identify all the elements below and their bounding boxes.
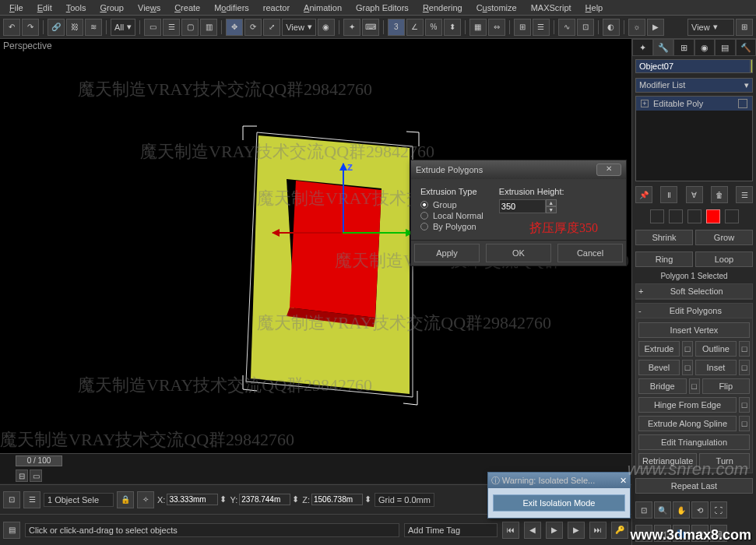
rotate-button[interactable]: ⟳ [244, 19, 262, 36]
time-slider[interactable]: 0 / 100 [0, 454, 631, 468]
unlink-button[interactable]: ⛓ [66, 19, 83, 36]
radio-group[interactable]: Group [420, 199, 483, 210]
visibility-toggle[interactable] [738, 99, 747, 108]
schematic-button[interactable]: ⊡ [577, 19, 594, 36]
axis-y[interactable] [343, 232, 413, 234]
outline-settings-button[interactable]: □ [739, 341, 750, 357]
extrude-spline-settings-button[interactable]: □ [739, 416, 750, 431]
element-level[interactable] [725, 209, 739, 223]
inset-settings-button[interactable]: □ [739, 360, 750, 375]
selection-filter-dropdown[interactable]: All▾ [111, 19, 135, 36]
select-region-button[interactable]: ▢ [181, 19, 199, 36]
min-max-button[interactable]: ⛶ [710, 501, 727, 519]
axis-z[interactable] [343, 164, 344, 234]
soft-selection-header[interactable]: +Soft Selection [636, 284, 752, 299]
menu-graph-editors[interactable]: Graph Editors [350, 2, 415, 14]
menu-customize[interactable]: Customize [470, 2, 523, 14]
object-name-input[interactable] [635, 59, 751, 73]
snap-toggle-button[interactable]: 3 [388, 19, 405, 36]
menu-edit[interactable]: Edit [31, 2, 58, 14]
make-unique-button[interactable]: ∀ [686, 186, 703, 203]
percent-snap-button[interactable]: % [425, 19, 442, 36]
spinner-up-icon[interactable]: ▲ [546, 199, 557, 206]
link-button[interactable]: 🔗 [47, 19, 65, 36]
dialog-titlebar[interactable]: Extrude Polygons ✕ [411, 160, 626, 179]
vertex-level[interactable] [650, 209, 664, 223]
menu-maxscript[interactable]: MAXScript [525, 2, 578, 14]
extrude-settings-button[interactable]: □ [682, 341, 693, 357]
spinner-down-icon[interactable]: ▼ [546, 206, 557, 213]
zoom-extents-button[interactable]: ⊡ [635, 501, 652, 519]
bevel-settings-button[interactable]: □ [682, 360, 693, 375]
menu-help[interactable]: Help [579, 2, 610, 14]
pin-stack-button[interactable]: 📌 [635, 186, 652, 203]
radio-local-normal[interactable]: Local Normal [420, 210, 483, 221]
view-dropdown[interactable]: View▾ [687, 19, 734, 36]
view-config-button[interactable]: ⊞ [736, 19, 753, 36]
transform-gizmo[interactable]: z y [249, 140, 420, 405]
undo-button[interactable]: ↶ [3, 19, 20, 36]
border-level[interactable] [687, 209, 701, 223]
curve-editor-button[interactable]: ∿ [558, 19, 575, 36]
z-input[interactable] [311, 494, 363, 505]
mirror-button[interactable]: ⇔ [488, 19, 505, 36]
bridge-settings-button[interactable]: □ [689, 378, 700, 394]
timeline-config-button[interactable]: ⊟ [16, 469, 28, 482]
radio-by-polygon[interactable]: By Polygon [420, 221, 483, 232]
edge-level[interactable] [669, 209, 683, 223]
cancel-button[interactable]: Cancel [557, 244, 623, 262]
pivot-button[interactable]: ◉ [318, 19, 335, 36]
zoom-button[interactable]: 🔍 [654, 501, 671, 519]
ring-button[interactable]: Ring [635, 251, 693, 267]
utilities-tab[interactable]: 🔨 [736, 39, 757, 56]
set-key-button[interactable]: ⊡ [3, 491, 20, 508]
menu-group[interactable]: Group [93, 2, 130, 14]
grow-button[interactable]: Grow [695, 230, 753, 245]
configure-sets-button[interactable]: ☰ [736, 186, 753, 203]
create-tab[interactable]: ✦ [632, 39, 653, 56]
modify-tab[interactable]: 🔧 [653, 39, 674, 56]
hinge-button[interactable]: Hinge From Edge [638, 397, 737, 413]
outline-button[interactable]: Outline [695, 341, 737, 357]
menu-modifiers[interactable]: Modifiers [208, 2, 255, 14]
material-editor-button[interactable]: ◐ [603, 19, 620, 36]
menu-views[interactable]: Views [132, 2, 167, 14]
keyboard-shortcut-button[interactable]: ⌨ [362, 19, 379, 36]
play-button[interactable]: ▶ [546, 522, 563, 539]
menu-animation[interactable]: Animation [297, 2, 348, 14]
modifier-stack[interactable]: + Editable Poly [635, 96, 753, 181]
exit-isolation-button[interactable]: Exit Isolation Mode [493, 494, 625, 512]
isolation-titlebar[interactable]: ⓘ Warning: Isolated Sele... ✕ [488, 473, 630, 488]
align-button[interactable]: ⊞ [514, 19, 531, 36]
hierarchy-tab[interactable]: ⊞ [673, 39, 694, 56]
menu-file[interactable]: File [3, 2, 30, 14]
repeat-last-button[interactable]: Repeat Last [635, 478, 753, 494]
add-time-tag[interactable]: Add Time Tag [404, 523, 498, 537]
loop-button[interactable]: Loop [695, 251, 753, 267]
shrink-button[interactable]: Shrink [635, 230, 693, 245]
ref-coord-dropdown[interactable]: View▾ [282, 19, 316, 36]
edit-polygons-header[interactable]: -Edit Polygons [636, 304, 752, 318]
abs-rel-button[interactable]: ✧ [137, 491, 154, 508]
extrusion-height-input[interactable] [499, 199, 546, 213]
prev-frame-button[interactable]: ◀ [524, 522, 541, 539]
window-crossing-button[interactable]: ▥ [200, 19, 217, 36]
named-selection-button[interactable]: ▦ [469, 19, 487, 36]
flip-button[interactable]: Flip [702, 378, 751, 394]
object-color-swatch[interactable] [751, 59, 753, 73]
pan-button[interactable]: ✋ [673, 501, 690, 519]
extrusion-height-spinner[interactable]: ▲▼ [499, 199, 564, 213]
bridge-button[interactable]: Bridge [638, 378, 687, 394]
render-button[interactable]: ▶ [647, 19, 664, 36]
key-filters-button[interactable]: ☰ [23, 491, 40, 508]
display-tab[interactable]: ▤ [715, 39, 736, 56]
show-end-result-button[interactable]: Ⅱ [660, 186, 677, 203]
isolation-close-button[interactable]: ✕ [620, 476, 627, 486]
goto-start-button[interactable]: ⏮ [502, 522, 519, 539]
lock-selection-button[interactable]: 🔒 [117, 491, 134, 508]
bind-spacewarp-button[interactable]: ≋ [85, 19, 102, 36]
bevel-button[interactable]: Bevel [638, 360, 680, 375]
inset-button[interactable]: Inset [695, 360, 737, 375]
timeline-filter-button[interactable]: ▭ [30, 469, 42, 482]
select-by-name-button[interactable]: ☰ [163, 19, 180, 36]
